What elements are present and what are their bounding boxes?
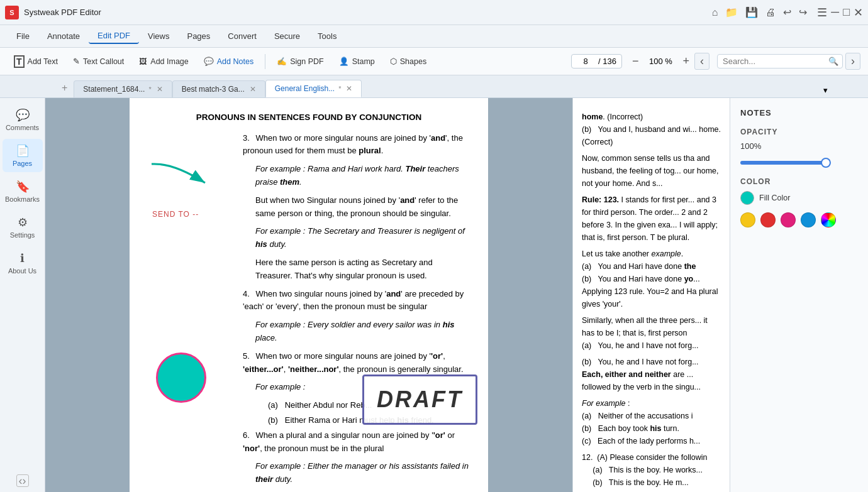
menu-file[interactable]: File (8, 29, 38, 43)
prev-page-button[interactable]: ‹ (694, 53, 709, 70)
item-3-example1: For example : Rama and Hari work hard. T… (255, 163, 469, 189)
swatch-yellow[interactable] (740, 212, 755, 227)
color-section-title: COLOR (740, 177, 858, 186)
notes-panel-title: NOTES (740, 108, 858, 118)
swatch-red[interactable] (760, 212, 776, 227)
sidebar-item-bookmarks[interactable]: 🔖 Bookmarks (3, 175, 43, 208)
sidebar-item-comments[interactable]: 💬 Comments (3, 103, 43, 136)
item-5-num: 5. (243, 351, 250, 361)
tab-generalenglish[interactable]: General English... * ✕ (265, 80, 362, 97)
titlebar-icons: ⌂ 📁 💾 🖨 ↩ ↪ (712, 6, 808, 18)
sidebar-collapse-button[interactable]: ‹› (16, 474, 29, 487)
annotation-circle[interactable] (156, 353, 206, 403)
opacity-slider[interactable] (740, 161, 828, 165)
next-page-button[interactable]: › (845, 53, 860, 70)
close-button[interactable]: ✕ (854, 6, 863, 19)
toolbar-separator-1 (265, 54, 265, 69)
item-3-num: 3. (243, 133, 250, 143)
comments-icon: 💬 (16, 108, 30, 122)
item-6-example: For example : Either the manager or his … (255, 460, 469, 486)
swatch-multicolor[interactable] (821, 212, 836, 227)
tab-statement-close[interactable]: ✕ (157, 85, 163, 94)
sidebar-item-settings[interactable]: ⚙ Settings (3, 210, 43, 244)
add-text-button[interactable]: T Add Text (8, 52, 64, 71)
app-title: Systweak PDF Editor (24, 8, 101, 17)
menu-tools[interactable]: Tools (309, 29, 345, 43)
page-number-input[interactable] (577, 57, 594, 66)
shapes-icon: ⬡ (390, 57, 397, 66)
annotation-arrow[interactable] (148, 158, 224, 200)
swatch-blue[interactable] (801, 212, 816, 227)
save-icon[interactable]: 💾 (745, 6, 758, 18)
menu-icon[interactable]: ☰ (817, 6, 827, 19)
opacity-slider-thumb[interactable] (821, 158, 831, 168)
menu-convert[interactable]: Convert (219, 29, 265, 43)
undo-icon[interactable]: ↩ (783, 6, 791, 18)
add-notes-button[interactable]: 💬 Add Notes (198, 53, 260, 69)
tab-statement-modified: * (148, 85, 151, 93)
fill-color-circle[interactable] (740, 191, 754, 205)
stamp-icon: 👤 (339, 57, 349, 66)
pdf-right-b1: (b) You and Hari have done yo... Applyin… (582, 273, 721, 310)
menu-pages[interactable]: Pages (178, 29, 219, 43)
sidebar: 💬 Comments 📄 Pages 🔖 Bookmarks ⚙ Setting… (0, 98, 45, 492)
opacity-slider-container[interactable] (740, 161, 858, 165)
fill-color-label: Fill Color (759, 194, 790, 202)
sign-pdf-button[interactable]: ✍ Sign PDF (270, 53, 330, 69)
add-image-button[interactable]: 🖼 Add Image (133, 54, 194, 69)
tab-bestmatch-label: Best match-3 Ga... (182, 85, 245, 94)
tab-generalenglish-close[interactable]: ✕ (346, 84, 352, 93)
stamp-label: Stamp (352, 57, 375, 66)
text-callout-label: Text Callout (83, 57, 124, 66)
menubar: File Annotate Edit PDF Views Pages Conve… (0, 25, 868, 48)
titlebar: S Systweak PDF Editor ⌂ 📁 💾 🖨 ↩ ↪ ☰ ─ □ … (0, 0, 868, 25)
zoom-controls: − 100 % + (630, 55, 692, 68)
sidebar-item-aboutus[interactable]: ℹ About Us (3, 246, 43, 280)
menu-views[interactable]: Views (139, 29, 178, 43)
color-section: COLOR Fill Color (740, 177, 858, 227)
tab-dropdown-button[interactable]: ▾ (821, 83, 830, 97)
send-to-label: SEND TO -- (152, 209, 199, 221)
sidebar-aboutus-label: About Us (8, 267, 36, 275)
pdf-right-c3: (c) Each of the lady performs h... (582, 435, 721, 447)
home-icon[interactable]: ⌂ (712, 7, 718, 18)
fill-color-row: Fill Color (740, 191, 858, 205)
text-callout-button[interactable]: ✎ Text Callout (67, 53, 130, 69)
menu-secure[interactable]: Secure (265, 29, 309, 43)
folder-icon[interactable]: 📁 (725, 6, 738, 18)
pdf-right-column: home. (Incorrect) (b) You and I, husband… (572, 98, 730, 492)
add-notes-label: Add Notes (217, 57, 253, 66)
opacity-section-title: OPACITY (740, 128, 858, 136)
tab-bestmatch-close[interactable]: ✕ (250, 85, 256, 94)
minimize-button[interactable]: ─ (831, 6, 839, 19)
zoom-value: 100 % (645, 57, 676, 66)
tab-statement[interactable]: Statement_1684... * ✕ (74, 80, 172, 97)
item-4-example: For example : Every soldier and every sa… (255, 319, 469, 345)
page-navigation: / 136 (571, 54, 622, 68)
restore-button[interactable]: □ (843, 6, 850, 19)
menu-editpdf[interactable]: Edit PDF (89, 28, 139, 44)
sidebar-settings-label: Settings (10, 231, 35, 239)
search-input[interactable] (723, 57, 828, 66)
zoom-in-button[interactable]: + (680, 55, 692, 68)
tab-bestmatch[interactable]: Best match-3 Ga... ✕ (172, 80, 265, 97)
swatch-pink[interactable] (781, 212, 796, 227)
pdf-right-rule: Rule: 123. I stands for first per... and… (582, 194, 721, 244)
print-icon[interactable]: 🖨 (765, 7, 776, 18)
pdf-right-b2: (b) You, he and I have not forg... Each,… (582, 356, 721, 393)
draft-watermark: DRAFT (362, 374, 477, 425)
item-3-example2: For example : The Secretary and Treasure… (255, 225, 469, 251)
add-notes-icon: 💬 (204, 57, 214, 66)
shapes-button[interactable]: ⬡ Shapes (384, 53, 433, 69)
menu-annotate[interactable]: Annotate (38, 29, 89, 43)
zoom-out-button[interactable]: − (630, 55, 642, 68)
stamp-button[interactable]: 👤 Stamp (333, 53, 381, 69)
search-box: 🔍 (717, 54, 843, 68)
add-tab-button[interactable]: + (55, 79, 74, 97)
sidebar-bookmarks-label: Bookmarks (5, 195, 40, 203)
logo-text: S (9, 9, 14, 16)
sidebar-item-pages[interactable]: 📄 Pages (3, 139, 43, 172)
redo-icon[interactable]: ↪ (799, 6, 807, 18)
add-text-icon: T (14, 55, 25, 68)
pdf-right-line-b: (b) You and I, husband and wi... home. (… (582, 123, 721, 148)
